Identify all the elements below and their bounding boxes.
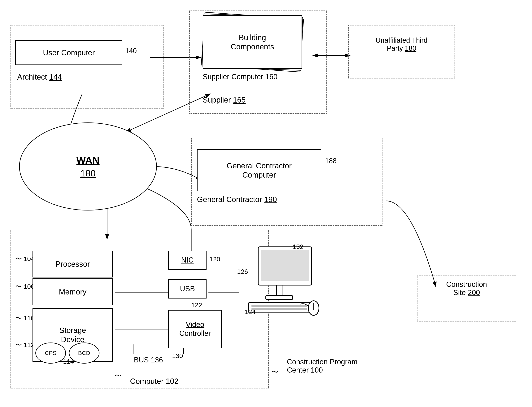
gc-label: General Contractor 190: [197, 195, 277, 204]
bcd-label: BCD: [78, 350, 90, 356]
gc-computer-num: 188: [325, 157, 337, 165]
monitor-num2: 126: [237, 268, 248, 275]
computer-num: 102: [166, 377, 179, 385]
computer-label: Computer 102: [130, 377, 179, 386]
memory-box: Memory: [32, 278, 113, 305]
cpc-squiggle: 〜: [272, 368, 278, 377]
supplier-num: 165: [233, 96, 246, 104]
storage-label: StorageDevice: [59, 326, 86, 344]
wan-num: 180: [80, 168, 96, 179]
architect-label: Architect 144: [17, 73, 62, 81]
video-label: VideoController: [179, 320, 211, 338]
svg-rect-15: [266, 296, 293, 299]
supplier-computer-num: 160: [265, 73, 277, 81]
construction-program-num: 100: [311, 366, 323, 374]
architect-num: 144: [49, 73, 62, 81]
processor-label: Processor: [55, 259, 90, 269]
memory-bracket: 〜 106: [15, 282, 34, 291]
nic-label: NIC: [181, 256, 194, 265]
bus-num: 136: [151, 356, 163, 364]
bus-line-num: 114: [63, 358, 74, 365]
computer-icon: [239, 245, 319, 318]
processor-bracket: 〜 104: [15, 254, 34, 263]
construction-program-label: Construction ProgramCenter 100: [287, 358, 357, 374]
architect-outer-box: [10, 25, 164, 109]
usb-label: USB: [180, 284, 195, 293]
svg-rect-14: [276, 285, 282, 297]
construction-site-num: 200: [468, 289, 480, 297]
unaffiliated-label: Unaffiliated ThirdParty 180: [352, 36, 451, 52]
user-computer-label: User Computer: [43, 48, 95, 57]
svg-rect-17: [251, 305, 307, 307]
nic-box: NIC: [168, 251, 206, 270]
usb-box: USB: [168, 279, 206, 298]
diagram: User Computer 140 Architect 144 Building…: [0, 0, 532, 407]
gc-computer-label: General ContractorComputer: [227, 161, 292, 180]
processor-box: Processor: [32, 251, 113, 277]
monitor-num: 132: [293, 243, 304, 250]
computer-squiggle: 〜: [115, 371, 122, 381]
construction-site-label: ConstructionSite 200: [423, 280, 511, 297]
supplier-computer-label: Supplier Computer 160: [203, 73, 277, 81]
supplier-label: Supplier 165: [203, 96, 246, 104]
user-computer-box: User Computer: [15, 40, 122, 65]
wan-ellipse: WAN 180: [19, 123, 157, 211]
video-controller-box: VideoController: [168, 310, 222, 348]
building-components-box: BuildingComponents: [203, 15, 302, 69]
general-contractor-computer-box: General ContractorComputer: [197, 149, 321, 191]
gc-num: 190: [264, 195, 277, 204]
cps-oval: CPS: [35, 343, 66, 364]
svg-rect-18: [251, 308, 307, 310]
svg-rect-13: [261, 250, 309, 281]
nic-num: 120: [209, 255, 220, 263]
keyboard-num: 124: [245, 308, 256, 315]
building-components-text: BuildingComponents: [231, 33, 274, 51]
bus-label: BUS 136: [134, 356, 163, 364]
wan-label: WAN: [76, 155, 99, 166]
storage-bracket2: 〜 112: [15, 341, 34, 349]
user-computer-num: 140: [125, 47, 137, 55]
video-num: 130: [172, 352, 183, 360]
cps-label: CPS: [45, 350, 57, 356]
storage-bracket1: 〜 110: [15, 314, 34, 323]
memory-label: Memory: [59, 287, 86, 296]
unaffiliated-num: 180: [405, 44, 416, 52]
usb-num: 122: [191, 301, 202, 309]
